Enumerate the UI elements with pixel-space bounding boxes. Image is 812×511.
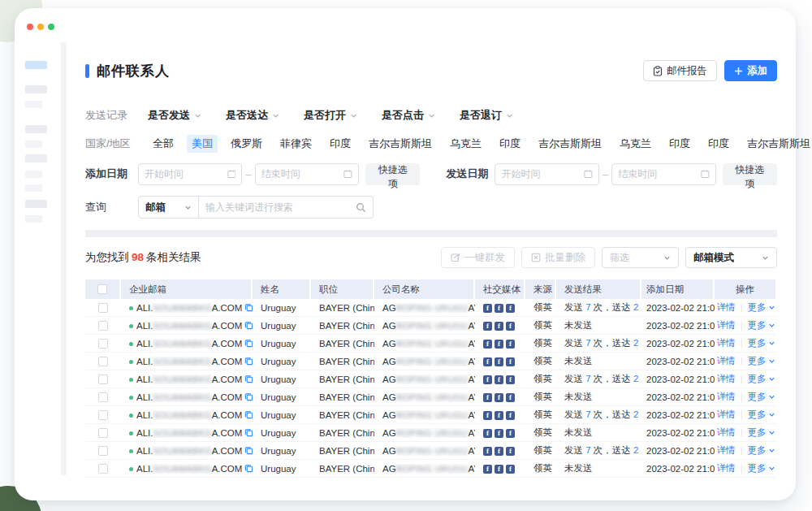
region-chip[interactable]: 吉尔吉斯斯坦 xyxy=(364,135,437,153)
row-checkbox[interactable] xyxy=(98,464,108,474)
more-link[interactable]: 更多 xyxy=(748,462,775,474)
select-all-checkbox[interactable] xyxy=(97,284,107,294)
facebook-icon[interactable]: f xyxy=(483,465,492,474)
facebook-icon[interactable]: f xyxy=(483,340,492,349)
row-checkbox[interactable] xyxy=(98,339,108,349)
more-link[interactable]: 更多 xyxy=(748,301,775,314)
facebook-icon[interactable]: f xyxy=(495,411,503,420)
region-chip[interactable]: 菲律宾 xyxy=(275,135,317,153)
region-chip-selected[interactable]: 美国 xyxy=(187,135,218,153)
detail-link[interactable]: 详情 xyxy=(717,337,736,349)
facebook-icon[interactable]: f xyxy=(506,357,515,366)
row-checkbox[interactable] xyxy=(98,428,108,438)
sidebar-item[interactable] xyxy=(25,101,42,108)
close-window-icon[interactable] xyxy=(27,24,33,30)
region-chip[interactable]: 乌克兰 xyxy=(445,135,486,153)
facebook-icon[interactable]: f xyxy=(506,465,515,474)
add-date-end-input[interactable] xyxy=(261,168,344,180)
facebook-icon[interactable]: f xyxy=(506,375,515,384)
copy-icon[interactable] xyxy=(244,410,253,419)
detail-link[interactable]: 详情 xyxy=(717,427,736,439)
sidebar-item[interactable] xyxy=(25,141,42,148)
region-chip[interactable]: 吉尔吉斯斯坦 xyxy=(742,135,812,153)
send-filter-dropdown[interactable]: 是否点击 xyxy=(382,108,435,123)
sidebar-item-active[interactable] xyxy=(25,61,47,69)
sidebar-item[interactable] xyxy=(25,184,42,192)
region-chip[interactable]: 吉尔吉斯斯坦 xyxy=(533,135,607,153)
copy-icon[interactable] xyxy=(244,428,253,437)
facebook-icon[interactable]: f xyxy=(506,429,515,438)
bulk-send-button[interactable]: 一键群发 xyxy=(441,247,515,268)
keyword-search-field[interactable] xyxy=(199,196,374,219)
facebook-icon[interactable]: f xyxy=(483,375,492,384)
add-date-start-field[interactable] xyxy=(138,163,242,185)
keyword-search-input[interactable] xyxy=(205,201,356,213)
facebook-icon[interactable]: f xyxy=(483,304,492,313)
row-checkbox[interactable] xyxy=(98,392,108,402)
copy-icon[interactable] xyxy=(244,392,253,401)
more-link[interactable]: 更多 xyxy=(748,444,775,457)
region-chip[interactable]: 印度 xyxy=(703,135,734,153)
facebook-icon[interactable]: f xyxy=(495,340,503,349)
region-chip[interactable]: 印度 xyxy=(325,135,356,153)
facebook-icon[interactable]: f xyxy=(506,304,515,313)
add-button[interactable]: 添加 xyxy=(724,60,777,81)
more-link[interactable]: 更多 xyxy=(748,409,775,421)
facebook-icon[interactable]: f xyxy=(495,393,503,402)
region-chip[interactable]: 乌克兰 xyxy=(615,135,656,153)
add-date-start-input[interactable] xyxy=(145,168,227,180)
facebook-icon[interactable]: f xyxy=(483,447,492,456)
facebook-icon[interactable]: f xyxy=(483,322,492,331)
sidebar-item[interactable] xyxy=(25,200,47,208)
more-link[interactable]: 更多 xyxy=(748,319,775,331)
add-date-quick-options-button[interactable]: 快捷选项 xyxy=(365,163,420,185)
send-date-start-field[interactable] xyxy=(495,163,598,185)
row-checkbox[interactable] xyxy=(98,303,108,313)
facebook-icon[interactable]: f xyxy=(506,447,515,456)
facebook-icon[interactable]: f xyxy=(483,393,492,402)
facebook-icon[interactable]: f xyxy=(506,322,515,331)
search-icon[interactable] xyxy=(356,202,366,213)
filter-select[interactable]: 筛选 xyxy=(602,247,679,268)
send-filter-dropdown[interactable]: 是否发送 xyxy=(148,108,201,123)
row-checkbox[interactable] xyxy=(98,321,108,331)
send-filter-dropdown[interactable]: 是否送达 xyxy=(226,108,279,123)
row-checkbox[interactable] xyxy=(98,357,108,366)
copy-icon[interactable] xyxy=(244,446,253,455)
detail-link[interactable]: 详情 xyxy=(717,462,736,474)
copy-icon[interactable] xyxy=(244,464,253,473)
minimize-window-icon[interactable] xyxy=(37,24,44,30)
facebook-icon[interactable]: f xyxy=(483,357,492,366)
detail-link[interactable]: 详情 xyxy=(717,391,736,403)
region-chip[interactable]: 印度 xyxy=(664,135,695,153)
row-checkbox[interactable] xyxy=(98,375,108,384)
facebook-icon[interactable]: f xyxy=(506,411,515,420)
copy-icon[interactable] xyxy=(244,339,253,348)
detail-link[interactable]: 详情 xyxy=(717,301,736,314)
facebook-icon[interactable]: f xyxy=(495,429,503,438)
detail-link[interactable]: 详情 xyxy=(717,444,736,457)
send-date-quick-options-button[interactable]: 快捷选项 xyxy=(723,163,777,185)
facebook-icon[interactable]: f xyxy=(495,465,503,474)
facebook-icon[interactable]: f xyxy=(495,322,503,331)
facebook-icon[interactable]: f xyxy=(495,357,503,366)
send-filter-dropdown[interactable]: 是否打开 xyxy=(304,108,357,123)
region-chip[interactable]: 全部 xyxy=(148,135,179,153)
send-filter-dropdown[interactable]: 是否退订 xyxy=(460,108,513,123)
row-checkbox[interactable] xyxy=(98,446,108,456)
more-link[interactable]: 更多 xyxy=(748,427,775,439)
detail-link[interactable]: 详情 xyxy=(717,319,736,331)
detail-link[interactable]: 详情 xyxy=(717,373,736,385)
more-link[interactable]: 更多 xyxy=(748,355,775,367)
mode-select[interactable]: 邮箱模式 xyxy=(685,247,777,268)
copy-icon[interactable] xyxy=(244,321,253,330)
detail-link[interactable]: 详情 xyxy=(717,355,736,367)
more-link[interactable]: 更多 xyxy=(748,373,775,385)
sidebar-item[interactable] xyxy=(25,154,47,162)
sidebar-item[interactable] xyxy=(25,125,47,133)
send-date-end-input[interactable] xyxy=(618,168,701,180)
send-date-start-input[interactable] xyxy=(501,168,584,180)
copy-icon[interactable] xyxy=(244,375,253,383)
bulk-delete-button[interactable]: 批量删除 xyxy=(521,247,595,268)
facebook-icon[interactable]: f xyxy=(483,411,492,420)
